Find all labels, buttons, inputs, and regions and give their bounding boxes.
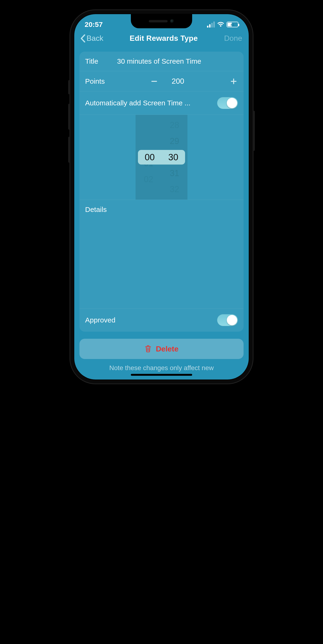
approved-toggle[interactable] bbox=[217, 314, 238, 326]
points-row: Points 200 bbox=[80, 71, 244, 92]
page-title: Edit Rewards Type bbox=[130, 34, 198, 43]
details-label: Details bbox=[85, 206, 107, 214]
points-label: Points bbox=[85, 77, 105, 85]
decrement-button[interactable] bbox=[150, 77, 158, 86]
approved-label: Approved bbox=[85, 316, 217, 324]
title-row[interactable]: Title 30 minutes of Screen Time bbox=[80, 52, 244, 71]
title-value: 30 minutes of Screen Time bbox=[98, 57, 238, 65]
home-indicator[interactable] bbox=[131, 374, 192, 376]
battery-icon: 41 bbox=[226, 22, 238, 27]
cell-signal-icon bbox=[207, 22, 215, 28]
plus-icon bbox=[230, 78, 238, 85]
picker-selection-band: 00 30 bbox=[138, 150, 185, 164]
picker-minutes-plus2: 32 bbox=[170, 184, 179, 194]
form-panel: Title 30 minutes of Screen Time Points 2… bbox=[80, 52, 244, 332]
screen: 20:57 41 Back Edit Rewards Type Done bbox=[74, 14, 249, 380]
picker-minutes-minus2: 28 bbox=[170, 120, 179, 130]
power-button bbox=[253, 111, 255, 151]
volume-down bbox=[68, 137, 70, 163]
nav-bar: Back Edit Rewards Type Done bbox=[74, 28, 249, 48]
battery-percent: 41 bbox=[230, 23, 234, 27]
approved-row: Approved bbox=[80, 308, 244, 332]
trash-icon bbox=[144, 345, 152, 353]
svg-rect-2 bbox=[233, 78, 234, 84]
notch bbox=[131, 14, 192, 28]
picker-hours-selected: 00 bbox=[145, 152, 155, 162]
minus-icon bbox=[150, 78, 158, 85]
picker-hours-plus2: 02 bbox=[144, 174, 153, 184]
wifi-icon bbox=[217, 22, 224, 27]
phone-frame: 20:57 41 Back Edit Rewards Type Done bbox=[70, 10, 254, 384]
back-label: Back bbox=[86, 34, 103, 43]
front-camera bbox=[170, 19, 174, 23]
picker-minutes-plus1: 31 bbox=[170, 168, 179, 178]
picker-minutes-selected: 30 bbox=[168, 152, 178, 162]
auto-screen-time-toggle[interactable] bbox=[217, 97, 238, 109]
increment-button[interactable] bbox=[230, 77, 238, 86]
points-value[interactable]: 200 bbox=[172, 77, 184, 86]
auto-screen-time-label: Automatically add Screen Time ... bbox=[85, 99, 217, 107]
speaker-grille bbox=[149, 20, 168, 22]
svg-rect-0 bbox=[151, 81, 157, 82]
duration-picker[interactable]: 00 01 02 28 29 30 31 32 00 30 bbox=[136, 115, 188, 200]
footer-note: Note these changes only affect new bbox=[74, 359, 249, 372]
auto-screen-time-row: Automatically add Screen Time ... bbox=[80, 92, 244, 115]
status-time: 20:57 bbox=[85, 20, 103, 28]
delete-button[interactable]: Delete bbox=[80, 339, 244, 359]
delete-label: Delete bbox=[156, 345, 178, 353]
duration-picker-wrap: 00 01 02 28 29 30 31 32 00 30 bbox=[80, 115, 244, 200]
title-label: Title bbox=[85, 57, 98, 65]
volume-up bbox=[68, 104, 70, 130]
details-row[interactable]: Details bbox=[80, 200, 244, 308]
back-button[interactable]: Back bbox=[80, 34, 103, 43]
mute-switch bbox=[68, 80, 70, 94]
chevron-left-icon bbox=[80, 34, 86, 42]
done-button[interactable]: Done bbox=[224, 34, 242, 43]
picker-minutes-minus1: 29 bbox=[170, 136, 179, 146]
